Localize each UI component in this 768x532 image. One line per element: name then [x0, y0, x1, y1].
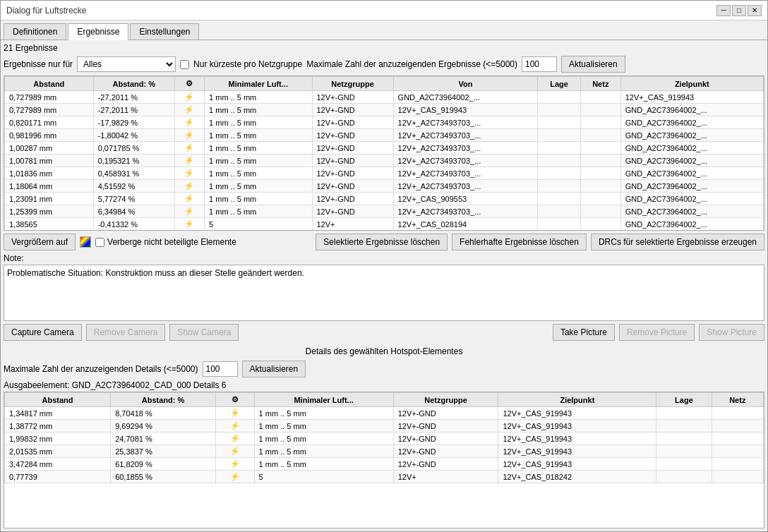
table-row[interactable]: 1,18064 mm 4,51592 % ⚡ 1 mm .. 5 mm 12V+…	[5, 180, 764, 193]
table-row[interactable]: 0,820171 mm -17,9829 % ⚡ 1 mm .. 5 mm 12…	[5, 116, 764, 129]
dcol-min-luft: Minimaler Luft...	[254, 393, 393, 407]
capture-camera-button[interactable]: Capture Camera	[4, 324, 82, 341]
cell-von: 12V+_CAS_028194	[393, 218, 538, 231]
table-row[interactable]: 1,00287 mm 0,071785 % ⚡ 1 mm .. 5 mm 12V…	[5, 142, 764, 155]
details-row[interactable]: 2,01535 mm 25,3837 % ⚡ 1 mm .. 5 mm 12V+…	[5, 445, 764, 458]
aktualisieren-button[interactable]: Aktualisieren	[561, 56, 625, 73]
table-row[interactable]: 0,727989 mm -27,2011 % ⚡ 1 mm .. 5 mm 12…	[5, 104, 764, 116]
tab-einstellungen[interactable]: Einstellungen	[130, 23, 199, 40]
fehlerhafte-loeschen-button[interactable]: Fehlerhafte Ergebnisse löschen	[452, 234, 587, 250]
details-aktualisieren-button[interactable]: Aktualisieren	[242, 361, 306, 377]
details-row[interactable]: 1,34817 mm 8,70418 % ⚡ 1 mm .. 5 mm 12V+…	[5, 407, 764, 420]
details-row[interactable]: 3,47284 mm 61,8209 % ⚡ 1 mm .. 5 mm 12V+…	[5, 458, 764, 471]
table-row[interactable]: 1,23091 mm 5,77274 % ⚡ 1 mm .. 5 mm 12V+…	[5, 193, 764, 205]
details-row[interactable]: 0,77739 60,1855 % ⚡ 5 12V+ 12V+_CAS_0182…	[5, 471, 764, 483]
upper-table-container[interactable]: Abstand Abstand: % ⚙ Minimaler Luft... N…	[4, 75, 764, 231]
tab-definitionen[interactable]: Definitionen	[4, 23, 66, 40]
cell-gear: ⚡	[174, 104, 204, 116]
dcol-netzgruppe: Netzgruppe	[393, 393, 498, 407]
ergebnisse-count: 21 Ergebnisse	[4, 43, 764, 53]
cell-von: 12V+_A2C73493703_...	[393, 167, 538, 180]
cell-lage	[538, 218, 581, 231]
dcell-netz	[712, 445, 763, 458]
max-input[interactable]	[522, 56, 557, 72]
cell-gear: ⚡	[174, 180, 204, 193]
cell-lage	[538, 129, 581, 142]
cell-lage	[538, 155, 581, 167]
bottom-table-container[interactable]: Abstand Abstand: % ⚙ Minimaler Luft... N…	[4, 392, 764, 528]
table-row[interactable]: 1,25399 mm 6,34984 % ⚡ 1 mm .. 5 mm 12V+…	[5, 205, 764, 218]
dcell-gear: ⚡	[215, 407, 254, 420]
dcell-netzgruppe: 12V+-GND	[393, 420, 498, 433]
title-bar: Dialog für Luftstrecke ─ □ ✕	[1, 1, 767, 20]
remove-picture-button[interactable]: Remove Picture	[619, 324, 695, 341]
show-picture-button[interactable]: Show Picture	[699, 324, 764, 341]
nur-kuerzeste-checkbox[interactable]	[180, 60, 189, 69]
cell-von: 12V+_A2C73493703_...	[393, 116, 538, 129]
table-row[interactable]: 1,00781 mm 0,195321 % ⚡ 1 mm .. 5 mm 12V…	[5, 155, 764, 167]
cell-netzgruppe: 12V+-GND	[312, 193, 393, 205]
cell-gear: ⚡	[174, 167, 204, 180]
cell-abstand-pct: 5,77274 %	[93, 193, 174, 205]
tab-ergebnisse[interactable]: Ergebnisse	[68, 23, 128, 40]
cell-netz	[580, 129, 620, 142]
selektierte-loeschen-button[interactable]: Selektierte Ergebnisse löschen	[316, 234, 448, 250]
filter-label: Ergebnisse nur für	[4, 59, 73, 69]
details-max-input[interactable]	[203, 361, 238, 377]
dcell-lage	[656, 445, 712, 458]
cell-netz	[580, 180, 620, 193]
table-row[interactable]: 0,727989 mm -27,2011 % ⚡ 1 mm .. 5 mm 12…	[5, 91, 764, 104]
details-header-row: Abstand Abstand: % ⚙ Minimaler Luft... N…	[5, 393, 764, 407]
cell-von: 12V+_CAS_919943	[393, 104, 538, 116]
table-row[interactable]: 0,981996 mm -1,80042 % ⚡ 1 mm .. 5 mm 12…	[5, 129, 764, 142]
cell-von: 12V+_A2C73493703_...	[393, 180, 538, 193]
cell-abstand: 0,727989 mm	[5, 91, 94, 104]
cell-gear: ⚡	[174, 193, 204, 205]
close-button[interactable]: ✕	[748, 5, 762, 16]
minimize-button[interactable]: ─	[716, 5, 731, 16]
cell-zielpunkt: GND_A2C73964002_...	[620, 104, 763, 116]
maximize-button[interactable]: □	[732, 5, 746, 16]
cell-lage	[538, 193, 581, 205]
dcell-abstand: 1,38772 mm	[5, 420, 111, 433]
dcol-netz: Netz	[712, 393, 763, 407]
dcell-min-luft: 5	[254, 471, 393, 483]
note-textarea[interactable]	[4, 265, 764, 321]
cell-abstand: 1,01836 mm	[5, 167, 94, 180]
dcell-netz	[712, 433, 763, 445]
dcell-abstand-pct: 60,1855 %	[111, 471, 216, 483]
table-row[interactable]: 1,01836 mm 0,458931 % ⚡ 1 mm .. 5 mm 12V…	[5, 167, 764, 180]
remove-camera-button[interactable]: Remove Camera	[86, 324, 166, 341]
dcell-min-luft: 1 mm .. 5 mm	[254, 458, 393, 471]
details-row[interactable]: 1,38772 mm 9,69294 % ⚡ 1 mm .. 5 mm 12V+…	[5, 420, 764, 433]
cell-abstand: 1,00781 mm	[5, 155, 94, 167]
color-square-icon[interactable]	[80, 236, 91, 248]
filter-select[interactable]: Alles	[77, 56, 176, 72]
camera-row: Capture Camera Remove Camera Show Camera…	[4, 321, 764, 344]
hide-checkbox[interactable]	[95, 238, 104, 247]
cell-netzgruppe: 12V+-GND	[312, 91, 393, 104]
dcell-min-luft: 1 mm .. 5 mm	[254, 420, 393, 433]
cell-min-luft: 5	[205, 218, 312, 231]
note-section: Note:	[4, 253, 764, 321]
dcell-min-luft: 1 mm .. 5 mm	[254, 445, 393, 458]
table-row[interactable]: 1,38565 -0,41332 % ⚡ 5 12V+ 12V+_CAS_028…	[5, 218, 764, 231]
cell-abstand-pct: -27,2011 %	[93, 91, 174, 104]
cell-abstand: 1,25399 mm	[5, 205, 94, 218]
bottom-table: Abstand Abstand: % ⚙ Minimaler Luft... N…	[4, 392, 764, 483]
col-von: Von	[393, 77, 538, 91]
cell-abstand-pct: -27,2011 %	[93, 104, 174, 116]
cell-netz	[580, 116, 620, 129]
show-camera-button[interactable]: Show Camera	[169, 324, 239, 341]
hide-checkbox-label: Verberge nicht beteiligte Elemente	[95, 237, 236, 247]
dcell-netz	[712, 407, 763, 420]
main-window: Dialog für Luftstrecke ─ □ ✕ Definitione…	[0, 0, 768, 532]
details-row[interactable]: 1,99832 mm 24,7081 % ⚡ 1 mm .. 5 mm 12V+…	[5, 433, 764, 445]
dcol-lage: Lage	[656, 393, 712, 407]
cell-abstand: 1,23091 mm	[5, 193, 94, 205]
take-picture-button[interactable]: Take Picture	[553, 324, 615, 341]
cell-netzgruppe: 12V+-GND	[312, 116, 393, 129]
drcs-erzeugen-button[interactable]: DRCs für selektierte Ergebnisse erzeugen	[591, 234, 764, 250]
zoom-button[interactable]: Vergrößern auf	[4, 234, 76, 250]
cell-lage	[538, 142, 581, 155]
